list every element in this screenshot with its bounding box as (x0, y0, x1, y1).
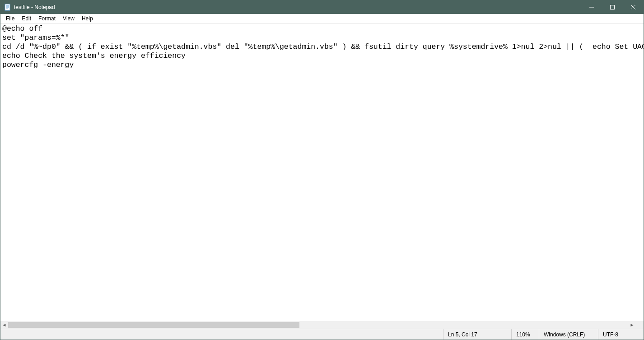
editor-area: @echo off set "params=%*" cd /d "%~dp0" … (0, 24, 644, 329)
statusbar: Ln 5, Col 17 110% Windows (CRLF) UTF-8 (0, 329, 644, 340)
menubar: File Edit Format View Help (0, 14, 644, 24)
svg-rect-6 (611, 5, 615, 9)
menu-help[interactable]: Help (78, 15, 97, 22)
notepad-icon (4, 4, 11, 11)
menu-edit[interactable]: Edit (18, 15, 35, 22)
maximize-button[interactable] (602, 0, 623, 14)
text-caret (68, 61, 68, 69)
scroll-corner (636, 321, 644, 329)
menu-file[interactable]: File (2, 15, 18, 22)
status-line-ending: Windows (CRLF) (539, 329, 598, 340)
scroll-left-arrow-icon[interactable]: ◄ (0, 321, 8, 329)
text-editor[interactable]: @echo off set "params=%*" cd /d "%~dp0" … (0, 24, 644, 319)
scroll-track[interactable] (8, 321, 628, 329)
close-button[interactable] (623, 0, 644, 14)
scroll-thumb[interactable] (8, 322, 299, 328)
window-title: testfile - Notepad (14, 4, 55, 10)
status-cursor-position: Ln 5, Col 17 (443, 329, 511, 340)
menu-format[interactable]: Format (35, 15, 59, 22)
status-spacer (0, 329, 443, 340)
status-encoding: UTF-8 (598, 329, 644, 340)
menu-view[interactable]: View (59, 15, 78, 22)
horizontal-scrollbar[interactable]: ◄ ► (0, 321, 636, 329)
scroll-right-arrow-icon[interactable]: ► (628, 321, 636, 329)
minimize-button[interactable] (581, 0, 602, 14)
notepad-window: testfile - Notepad File Edit Format View… (0, 0, 644, 340)
status-zoom: 110% (512, 329, 539, 340)
titlebar[interactable]: testfile - Notepad (0, 0, 644, 14)
